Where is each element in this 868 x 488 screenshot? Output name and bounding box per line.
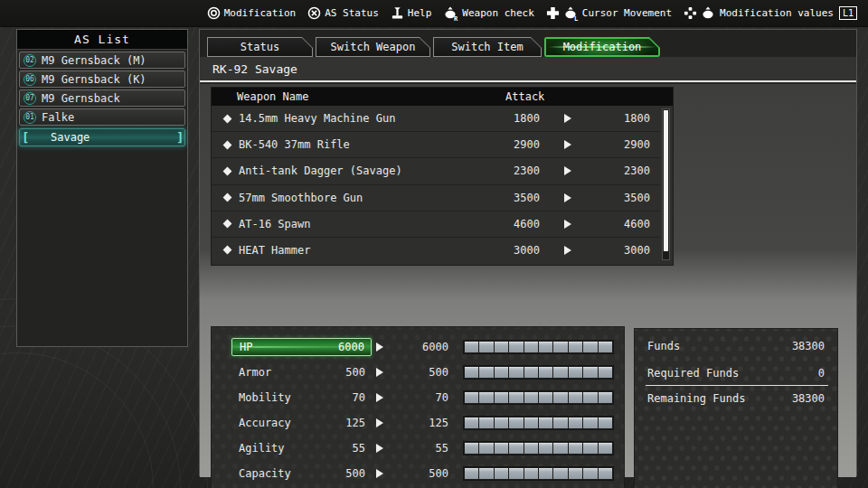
as-list-panel: AS List 02 M9 Gernsback (M) 06 M9 Gernsb…	[16, 29, 188, 347]
stat-row-hp[interactable]: HP 6000 6000	[212, 338, 624, 356]
weapon-row[interactable]: AT-16 Spawn 4600 4600	[212, 211, 660, 238]
stat-gauge	[463, 416, 614, 430]
as-list-title: AS List	[17, 30, 187, 50]
sidebar-item-m9-gernsback-m[interactable]: 02 M9 Gernsback (M)	[19, 52, 185, 69]
stat-gauge	[463, 390, 614, 405]
arrow-right-icon	[376, 393, 383, 402]
tab-switch-weapon[interactable]: Switch Weapon	[316, 37, 430, 57]
hint-as-status: AS Status	[307, 6, 379, 20]
diamond-bullet-icon	[223, 140, 232, 149]
selection-bracket-right-icon: ]	[176, 130, 183, 145]
column-attack: Attack	[505, 90, 544, 103]
dpad-buttons-icon	[684, 6, 697, 20]
funds-divider	[646, 385, 828, 386]
diamond-bullet-icon	[223, 246, 232, 255]
stat-row-armor[interactable]: Armor 500 500	[212, 363, 624, 381]
hint-weapon-check: R Weapon check	[443, 6, 533, 21]
arrow-right-icon	[376, 368, 383, 377]
unit-label: Falke	[42, 111, 74, 124]
hint-label: Modification values	[720, 7, 834, 19]
funds-box: Funds 38300 Required Funds 0 Remaining F…	[634, 328, 838, 488]
weapon-table-header: Weapon Name Attack	[212, 88, 673, 106]
selection-bracket-left-icon: [	[22, 130, 28, 145]
l1-key-badge: L1	[839, 6, 857, 20]
sidebar-item-savage[interactable]: [ Savage ]	[19, 128, 185, 146]
stat-row-mobility[interactable]: Mobility 70 70	[212, 389, 624, 407]
unit-label: M9 Gernsback (K)	[42, 73, 146, 86]
hint-modification: Modification	[207, 6, 296, 20]
hint-label: AS Status	[325, 7, 379, 19]
required-funds-row: Required Funds 0	[647, 365, 825, 381]
weapon-row[interactable]: BK-540 37mm Rifle 2900 2900	[212, 132, 660, 158]
unit-number-badge: 01	[24, 111, 36, 124]
stat-gauge	[463, 466, 614, 481]
weapon-table-scrollbar[interactable]	[662, 108, 670, 260]
weapon-row[interactable]: Anti-tank Dagger (Savage) 2300 2300	[212, 158, 660, 184]
stat-row-capacity[interactable]: Capacity 500 500	[212, 465, 624, 483]
cross-button-icon	[307, 6, 321, 20]
background-arc	[0, 352, 154, 488]
arrow-right-icon	[564, 246, 571, 255]
background-arc	[0, 325, 181, 488]
unit-label: M9 Gernsback (M)	[42, 54, 146, 67]
hint-label: Modification	[224, 7, 296, 19]
stat-gauge	[463, 340, 614, 354]
unit-title-band: RK-92 Savage	[200, 57, 856, 82]
hint-modification-values: Modification values L1	[684, 6, 857, 21]
unit-label: Savage	[51, 131, 90, 144]
arrow-right-icon	[564, 193, 571, 202]
weapon-table: Weapon Name Attack 14.5mm Heavy Machine …	[211, 87, 674, 266]
tab-bar: Status Switch Weapon Switch Item Modific…	[200, 30, 856, 57]
hint-label: Cursor Movement	[582, 7, 672, 19]
unit-number-badge: 02	[24, 54, 36, 67]
sidebar-item-falke[interactable]: 01 Falke	[19, 108, 185, 126]
circle-button-icon	[207, 6, 221, 20]
weapon-row[interactable]: HEAT Hammer 3000 3000	[212, 238, 660, 263]
unit-number-badge: 07	[24, 92, 36, 105]
funds-row: Funds 38300	[647, 338, 825, 354]
stat-gauge	[463, 365, 614, 380]
right-stick-icon: R	[443, 6, 458, 21]
arrow-right-icon	[376, 343, 383, 352]
tab-switch-item[interactable]: Switch Item	[433, 37, 542, 57]
arrow-right-icon	[564, 114, 571, 123]
sidebar-item-m9-gernsback-k[interactable]: 06 M9 Gernsback (K)	[19, 70, 185, 88]
modification-content: Weapon Name Attack 14.5mm Heavy Machine …	[200, 84, 856, 477]
hint-label: Help	[408, 7, 432, 19]
arrow-right-icon	[376, 418, 383, 427]
stat-row-agility[interactable]: Agility 55 55	[212, 439, 624, 457]
hint-label: Weapon check	[462, 7, 533, 19]
sidebar-item-m9-gernsback[interactable]: 07 M9 Gernsback	[19, 89, 185, 107]
modification-panel: Status Switch Weapon Switch Item Modific…	[199, 29, 857, 476]
stick-press-icon	[391, 6, 404, 20]
selected-stat-highlight: HP 6000	[231, 338, 372, 356]
unit-label: M9 Gernsback	[42, 92, 120, 105]
svg-text:R: R	[454, 14, 458, 21]
svg-text:L: L	[574, 14, 578, 21]
arrow-right-icon	[376, 469, 383, 478]
scrollbar-thumb[interactable]	[664, 110, 668, 251]
stats-box: HP 6000 6000 Armor 500 500 Mobility 7	[211, 326, 625, 488]
hint-cursor-movement: L Cursor Movement	[546, 6, 672, 21]
arrow-right-icon	[564, 220, 571, 229]
arrow-right-icon	[564, 166, 571, 175]
required-funds-value: 0	[818, 367, 825, 380]
tab-status[interactable]: Status	[207, 37, 313, 57]
remaining-funds-value: 38300	[792, 392, 825, 405]
weapon-row[interactable]: 14.5mm Heavy Machine Gun 1800 1800	[212, 106, 660, 132]
remaining-funds-row: Remaining Funds 38300	[647, 390, 825, 407]
weapon-rows: 14.5mm Heavy Machine Gun 1800 1800 BK-54…	[212, 106, 660, 263]
weapon-row[interactable]: 57mm Smoothbore Gun 3500 3500	[212, 185, 660, 211]
column-weapon-name: Weapon Name	[212, 90, 308, 103]
left-stick-icon	[701, 6, 716, 21]
tab-modification[interactable]: Modification	[544, 37, 660, 57]
stat-row-accuracy[interactable]: Accuracy 125 125	[212, 414, 624, 432]
diamond-bullet-icon	[223, 220, 232, 229]
controls-hint-bar: Modification AS Status Help R Weapon che…	[0, 0, 868, 27]
unit-number-badge: 06	[24, 73, 36, 86]
diamond-bullet-icon	[223, 166, 232, 175]
diamond-bullet-icon	[223, 114, 232, 123]
hint-help: Help	[391, 6, 432, 20]
unit-title: RK-92 Savage	[212, 62, 297, 76]
left-stick-icon: L	[563, 6, 579, 21]
